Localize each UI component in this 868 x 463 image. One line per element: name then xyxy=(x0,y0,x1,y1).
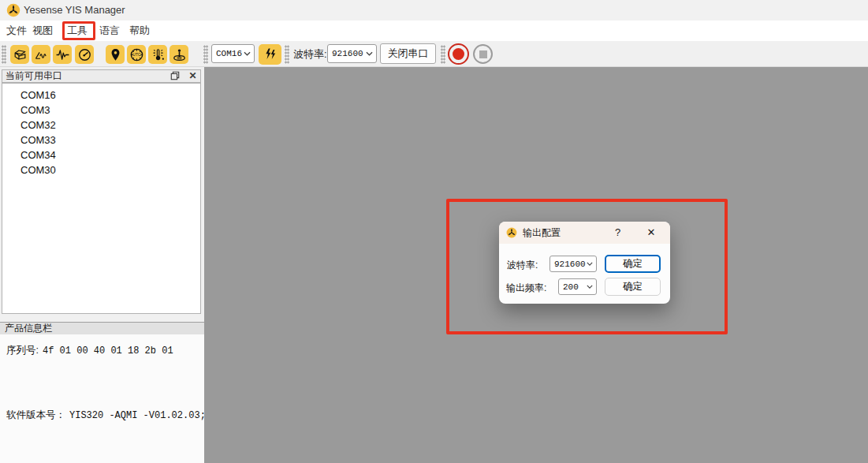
cube-3d-icon xyxy=(13,47,28,62)
float-window-icon xyxy=(170,71,180,80)
dialog-output-rate-label: 输出频率: xyxy=(506,282,546,295)
toolbar-drag-handle[interactable] xyxy=(441,45,445,64)
dialog-close-icon[interactable]: ✕ xyxy=(645,222,658,244)
red-highlight-box-tools-menu xyxy=(62,21,95,40)
dialog-title: 输出配置 xyxy=(523,226,561,240)
list-item-port[interactable]: COM30 xyxy=(2,162,200,177)
chevron-down-icon xyxy=(587,262,593,266)
product-info-header: 产品信息栏 xyxy=(0,322,204,334)
chevron-down-icon xyxy=(366,51,373,56)
list-item-port[interactable]: COM32 xyxy=(2,118,200,133)
list-item-port[interactable]: COM16 xyxy=(2,88,200,103)
list-item-port[interactable]: COM33 xyxy=(2,133,200,147)
dialog-baud-rate-value: 921600 xyxy=(550,260,587,269)
tool-button-3d-view[interactable] xyxy=(10,45,29,64)
list-item-port[interactable]: COM34 xyxy=(2,147,200,162)
dialog-output-rate-select[interactable]: 200 xyxy=(558,278,597,295)
toolbar: UTC COM16 xyxy=(0,41,868,67)
stop-button[interactable] xyxy=(473,44,493,64)
tool-button-pin-pad[interactable] xyxy=(170,45,188,64)
angle-waveform-icon xyxy=(34,47,49,62)
dialog-output-rate-value: 200 xyxy=(559,282,587,292)
dialog-baud-ok-button[interactable]: 确定 xyxy=(605,255,661,273)
product-info-body: 序列号:4f 01 00 40 01 18 2b 01 软件版本号：YIS320… xyxy=(0,334,204,463)
tool-button-utc-clock[interactable]: UTC xyxy=(127,45,146,64)
available-ports-list[interactable]: COM16 COM3 COM32 COM33 COM34 COM30 xyxy=(2,83,201,314)
close-serial-port-button[interactable]: 关闭串口 xyxy=(380,43,436,64)
software-version-label: 软件版本号： xyxy=(6,409,65,420)
utc-clock-icon: UTC xyxy=(129,47,144,62)
dialog-title-bar[interactable]: 输出配置 ? ✕ xyxy=(499,222,670,244)
waveform-icon xyxy=(55,47,70,62)
tool-button-waveform[interactable] xyxy=(53,45,72,64)
tool-button-thermometer[interactable] xyxy=(148,45,167,64)
software-version-value: YIS320 -AQMI -V01.02.03; xyxy=(69,410,206,421)
software-version-row: 软件版本号：YIS320 -AQMI -V01.02.03; xyxy=(6,409,206,422)
application-window: Yesense YIS Manager 文件 视图 工具 语言 帮助 xyxy=(0,0,868,463)
record-icon xyxy=(453,48,464,60)
location-pin-icon xyxy=(108,47,123,62)
output-config-dialog: 输出配置 ? ✕ 波特率: 921600 确定 输出频率: 200 确定 xyxy=(499,222,670,304)
double-lightning-icon xyxy=(263,47,278,62)
stop-icon xyxy=(479,50,487,58)
tool-button-location[interactable] xyxy=(106,45,125,64)
app-logo-icon xyxy=(506,227,517,238)
menu-item-help[interactable]: 帮助 xyxy=(126,21,153,41)
dialog-baud-rate-select[interactable]: 921600 xyxy=(549,256,597,272)
pin-pad-icon xyxy=(172,47,187,62)
dialog-help-button[interactable]: ? xyxy=(613,222,623,244)
svg-text:UTC: UTC xyxy=(132,52,141,57)
record-button[interactable] xyxy=(448,43,469,65)
dialog-output-ok-button[interactable]: 确定 xyxy=(605,278,661,296)
chevron-down-icon xyxy=(244,51,251,56)
menu-item-view[interactable]: 视图 xyxy=(29,21,56,41)
serial-number-row: 序列号:4f 01 00 40 01 18 2b 01 xyxy=(6,344,173,357)
title-bar: Yesense YIS Manager xyxy=(0,0,868,21)
window-title: Yesense YIS Manager xyxy=(24,0,125,21)
dialog-baud-rate-label: 波特率: xyxy=(507,259,538,272)
app-logo-icon xyxy=(6,3,20,17)
thermometer-vibration-icon xyxy=(151,47,166,62)
toolbar-drag-handle[interactable] xyxy=(285,45,289,64)
port-select[interactable]: COM16 xyxy=(211,44,255,63)
refresh-ports-button[interactable] xyxy=(259,44,281,65)
tool-button-angle-wave[interactable] xyxy=(32,45,50,64)
serial-ports-panel: 当前可用串口 ✕ COM16 COM3 COM32 COM33 COM34 CO… xyxy=(0,67,204,463)
chevron-down-icon xyxy=(587,285,593,289)
list-item-port[interactable]: COM3 xyxy=(2,103,200,118)
float-panel-button[interactable] xyxy=(170,71,181,81)
menu-item-file[interactable]: 文件 xyxy=(3,21,30,41)
dock-panel-header: 当前可用串口 ✕ xyxy=(2,69,201,83)
baud-rate-value: 921600 xyxy=(328,49,366,58)
baud-rate-label: 波特率: xyxy=(293,41,327,67)
menu-item-language[interactable]: 语言 xyxy=(96,21,123,41)
tool-button-gauge[interactable] xyxy=(75,45,94,64)
port-select-value: COM16 xyxy=(212,49,244,58)
ports-panel-title: 当前可用串口 xyxy=(6,70,62,82)
toolbar-drag-handle[interactable] xyxy=(2,45,6,64)
close-panel-icon[interactable]: ✕ xyxy=(187,70,199,82)
serial-number-label: 序列号: xyxy=(6,345,39,356)
baud-rate-select[interactable]: 921600 xyxy=(327,44,377,63)
menu-bar: 文件 视图 工具 语言 帮助 xyxy=(0,21,868,41)
gauge-icon xyxy=(77,47,92,62)
toolbar-drag-handle[interactable] xyxy=(203,45,208,64)
serial-number-value: 4f 01 00 40 01 18 2b 01 xyxy=(43,345,173,357)
